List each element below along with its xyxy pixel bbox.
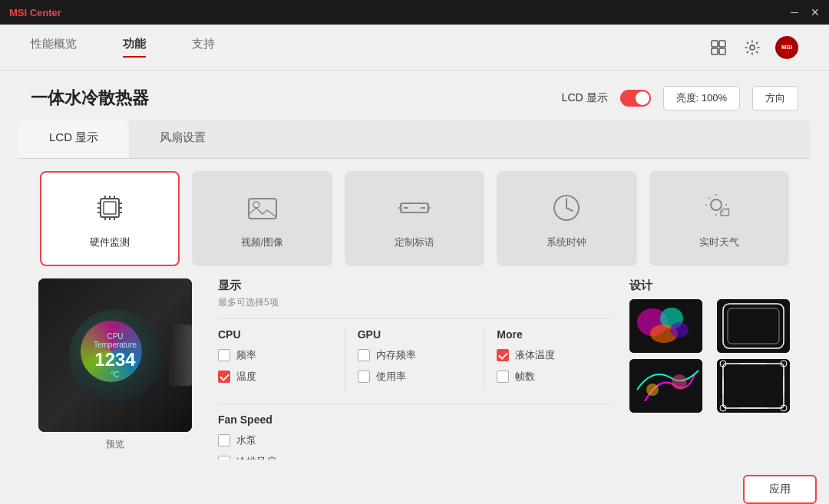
svg-rect-19 <box>249 199 276 219</box>
cb-gpu-usage-label: 使用率 <box>376 370 406 384</box>
cb-radiator-fan-label: 冷排风扇 <box>236 455 276 460</box>
cpu-group: CPU 频率 温度 <box>218 328 332 391</box>
icon-row: 硬件监测 视频/图像 定制标语 <box>18 159 811 278</box>
content-panel: LCD 显示 风扇设置 <box>18 120 811 460</box>
cb-cpu-freq[interactable]: 频率 <box>218 348 332 362</box>
weather-icon <box>699 188 739 228</box>
gpu-group: GPU 内存频率 使用率 <box>358 328 472 391</box>
design-thumb-3[interactable] <box>629 359 702 413</box>
svg-line-26 <box>566 208 573 211</box>
image-icon <box>243 188 282 228</box>
icon-card-weather[interactable]: 实时天气 <box>649 171 789 266</box>
cb-cpu-freq-label: 频率 <box>236 348 256 362</box>
direction-button[interactable]: 方向 <box>752 86 798 110</box>
lcd-display-label: LCD 显示 <box>562 91 608 105</box>
settings-icon[interactable] <box>741 37 763 58</box>
nav-tab-func[interactable]: 功能 <box>123 37 146 58</box>
icon-card-video[interactable]: 视频/图像 <box>192 171 332 266</box>
icon-card-slogan-label: 定制标语 <box>395 236 434 249</box>
cb-cpu-temp-box[interactable] <box>218 371 230 383</box>
fan-group-title: Fan Speed <box>218 413 611 426</box>
svg-rect-2 <box>712 48 718 54</box>
svg-rect-3 <box>719 48 725 54</box>
cpu-group-title: CPU <box>218 328 332 341</box>
svg-line-32 <box>708 198 709 199</box>
divider-1 <box>345 328 345 391</box>
page-header: 一体水冷散热器 LCD 显示 亮度: 100% 方向 <box>0 71 829 120</box>
cb-fps-label: 帧数 <box>515 370 535 384</box>
cb-gpu-memfreq-box[interactable] <box>358 349 370 361</box>
icon-card-clock[interactable]: 系统时钟 <box>497 171 636 266</box>
cb-pump-label: 水泵 <box>236 433 256 447</box>
checkboxes-grid: CPU 频率 温度 GPU <box>218 318 611 391</box>
cb-liquid-temp-label: 液体温度 <box>515 348 555 362</box>
sub-tab-fan[interactable]: 风扇设置 <box>129 120 236 158</box>
cb-pump[interactable]: 水泵 <box>218 433 611 447</box>
display-settings: 显示 最多可选择5项 CPU 频率 温度 <box>212 278 617 460</box>
svg-point-20 <box>253 202 259 208</box>
svg-line-33 <box>722 211 723 212</box>
design-thumb-4[interactable] <box>717 359 790 413</box>
icon-card-hardware[interactable]: 硬件监测 <box>40 171 180 266</box>
close-button[interactable]: ✕ <box>811 6 820 18</box>
title-bar: MSI Center ─ ✕ <box>0 0 829 25</box>
divider-2 <box>484 328 484 391</box>
toggle-knob <box>636 91 649 105</box>
design-thumb-1[interactable] <box>629 299 702 353</box>
more-group-title: More <box>497 328 611 341</box>
svg-point-44 <box>672 374 687 390</box>
cb-liquid-temp-box[interactable] <box>497 349 509 361</box>
cb-cpu-temp[interactable]: 温度 <box>218 370 332 384</box>
minimize-button[interactable]: ─ <box>791 6 798 18</box>
preview-metric-unit: °C <box>111 371 119 379</box>
cb-liquid-temp[interactable]: 液体温度 <box>497 348 611 362</box>
arrows-icon <box>395 188 434 228</box>
nav-tab-perf[interactable]: 性能概览 <box>31 37 77 58</box>
nav-tabs: 性能概览 功能 支持 <box>31 37 215 58</box>
design-thumb-2[interactable] <box>717 299 790 353</box>
grid-icon[interactable] <box>708 37 729 58</box>
sub-tab-lcd[interactable]: LCD 显示 <box>18 120 129 158</box>
display-section-title: 显示 <box>218 278 611 293</box>
preview-caption: 预览 <box>106 438 124 451</box>
svg-rect-45 <box>717 359 790 413</box>
sub-tabs: LCD 显示 风扇设置 <box>18 120 811 159</box>
cb-pump-box[interactable] <box>218 434 230 446</box>
fan-group: Fan Speed 水泵 冷排风扇 水冷头风扇 <box>218 404 611 460</box>
svg-point-4 <box>750 45 755 50</box>
cb-fps[interactable]: 帧数 <box>497 370 611 384</box>
cb-radiator-fan-box[interactable] <box>218 456 230 460</box>
svg-point-27 <box>711 199 722 210</box>
app-title: MSI Center <box>9 7 61 18</box>
preview-metric-value: 1234 <box>94 349 135 371</box>
top-nav: 性能概览 功能 支持 MSI <box>0 25 829 71</box>
display-section-subtitle: 最多可选择5项 <box>218 296 611 309</box>
cb-gpu-usage[interactable]: 使用率 <box>358 370 472 384</box>
design-grid <box>629 299 798 413</box>
cb-cpu-freq-box[interactable] <box>218 349 230 361</box>
lcd-toggle[interactable] <box>620 90 651 107</box>
preview-area: CPUTemperature 1234 °C 预览 <box>31 278 200 460</box>
preview-metric-label: CPUTemperature <box>94 332 137 349</box>
preview-device: CPUTemperature 1234 °C <box>38 278 192 432</box>
cb-radiator-fan[interactable]: 冷排风扇 <box>218 455 611 460</box>
nav-tab-support[interactable]: 支持 <box>192 37 215 58</box>
cb-fps-box[interactable] <box>497 371 509 383</box>
apply-button[interactable]: 应用 <box>743 475 817 504</box>
icon-card-slogan[interactable]: 定制标语 <box>345 171 484 266</box>
design-section-title: 设计 <box>629 278 798 293</box>
more-group: More 液体温度 帧数 <box>497 328 611 391</box>
svg-point-43 <box>646 384 659 396</box>
design-panel: 设计 <box>629 278 798 460</box>
cb-gpu-usage-box[interactable] <box>358 371 370 383</box>
svg-point-38 <box>670 322 689 338</box>
svg-rect-1 <box>719 41 725 47</box>
brightness-button[interactable]: 亮度: 100% <box>663 86 740 110</box>
icon-card-clock-label: 系统时钟 <box>547 236 586 249</box>
user-avatar[interactable]: MSI <box>775 36 798 59</box>
bottom-section: CPUTemperature 1234 °C 预览 显示 最多可选择5项 CPU <box>18 278 811 460</box>
clock-icon <box>547 188 586 228</box>
cb-gpu-memfreq[interactable]: 内存频率 <box>358 348 472 362</box>
cb-cpu-temp-label: 温度 <box>236 370 256 384</box>
page-title: 一体水冷散热器 <box>31 87 149 110</box>
